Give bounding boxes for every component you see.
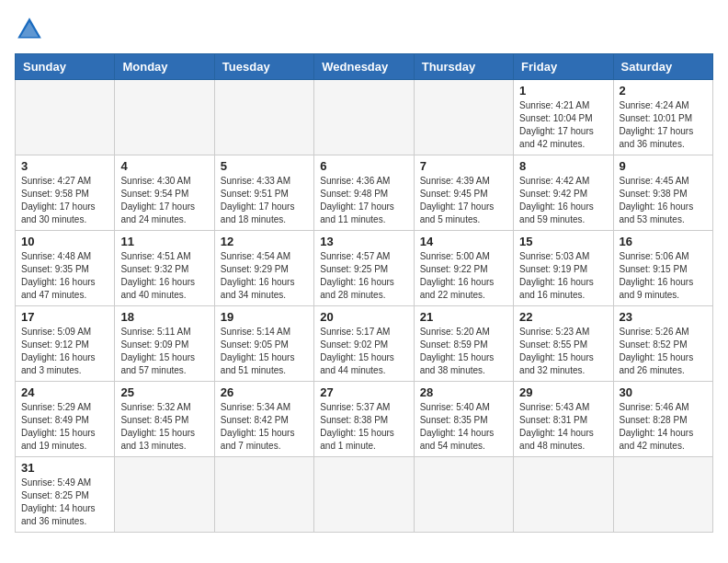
day-info: Sunrise: 4:57 AM Sunset: 9:25 PM Dayligh…	[320, 250, 407, 302]
day-number: 18	[120, 310, 208, 324]
calendar-cell: 16Sunrise: 5:06 AM Sunset: 9:15 PM Dayli…	[613, 231, 712, 306]
day-number: 2	[620, 84, 707, 98]
calendar-week-row: 3Sunrise: 4:27 AM Sunset: 9:58 PM Daylig…	[16, 155, 713, 231]
calendar-cell: 8Sunrise: 4:42 AM Sunset: 9:42 PM Daylig…	[514, 155, 613, 231]
calendar-cell: 20Sunrise: 5:17 AM Sunset: 9:02 PM Dayli…	[314, 306, 414, 382]
day-number: 27	[320, 385, 407, 399]
day-info: Sunrise: 4:24 AM Sunset: 10:01 PM Daylig…	[620, 99, 707, 151]
calendar-table: SundayMondayTuesdayWednesdayThursdayFrid…	[15, 53, 713, 533]
calendar-cell: 10Sunrise: 4:48 AM Sunset: 9:35 PM Dayli…	[16, 231, 115, 306]
calendar-cell	[16, 80, 115, 155]
calendar-cell: 24Sunrise: 5:29 AM Sunset: 8:49 PM Dayli…	[16, 382, 115, 457]
calendar-week-row: 10Sunrise: 4:48 AM Sunset: 9:35 PM Dayli…	[16, 231, 713, 306]
calendar-week-row: 24Sunrise: 5:29 AM Sunset: 8:49 PM Dayli…	[16, 382, 713, 457]
day-info: Sunrise: 5:32 AM Sunset: 8:45 PM Dayligh…	[120, 401, 208, 453]
day-info: Sunrise: 4:33 AM Sunset: 9:51 PM Dayligh…	[221, 175, 308, 226]
calendar-cell: 13Sunrise: 4:57 AM Sunset: 9:25 PM Dayli…	[314, 231, 414, 306]
day-info: Sunrise: 4:45 AM Sunset: 9:38 PM Dayligh…	[620, 175, 707, 226]
calendar-cell: 15Sunrise: 5:03 AM Sunset: 9:19 PM Dayli…	[514, 231, 613, 306]
calendar-cell: 9Sunrise: 4:45 AM Sunset: 9:38 PM Daylig…	[613, 155, 712, 231]
day-info: Sunrise: 4:21 AM Sunset: 10:04 PM Daylig…	[519, 99, 607, 151]
calendar-cell: 2Sunrise: 4:24 AM Sunset: 10:01 PM Dayli…	[613, 80, 712, 155]
day-info: Sunrise: 5:09 AM Sunset: 9:12 PM Dayligh…	[21, 326, 108, 377]
day-number: 10	[21, 235, 108, 248]
day-info: Sunrise: 5:37 AM Sunset: 8:38 PM Dayligh…	[320, 401, 407, 453]
day-info: Sunrise: 5:23 AM Sunset: 8:55 PM Dayligh…	[519, 326, 607, 377]
day-number: 9	[620, 159, 707, 173]
calendar-cell	[414, 80, 513, 155]
day-info: Sunrise: 5:00 AM Sunset: 9:22 PM Dayligh…	[420, 250, 507, 302]
calendar-cell: 27Sunrise: 5:37 AM Sunset: 8:38 PM Dayli…	[314, 382, 414, 457]
calendar-week-row: 1Sunrise: 4:21 AM Sunset: 10:04 PM Dayli…	[16, 80, 713, 155]
calendar-cell: 7Sunrise: 4:39 AM Sunset: 9:45 PM Daylig…	[414, 155, 513, 231]
calendar-week-row: 17Sunrise: 5:09 AM Sunset: 9:12 PM Dayli…	[16, 306, 713, 382]
day-info: Sunrise: 5:46 AM Sunset: 8:28 PM Dayligh…	[620, 401, 707, 453]
day-number: 23	[620, 310, 707, 324]
day-number: 11	[120, 235, 208, 248]
calendar-cell	[115, 457, 214, 533]
day-number: 31	[21, 461, 108, 475]
day-number: 14	[420, 235, 507, 248]
day-number: 29	[519, 385, 607, 399]
calendar-cell	[514, 457, 613, 533]
day-info: Sunrise: 5:40 AM Sunset: 8:35 PM Dayligh…	[420, 401, 507, 453]
day-info: Sunrise: 4:42 AM Sunset: 9:42 PM Dayligh…	[519, 175, 607, 226]
day-number: 21	[420, 310, 507, 324]
calendar-cell: 22Sunrise: 5:23 AM Sunset: 8:55 PM Dayli…	[514, 306, 613, 382]
calendar-cell: 23Sunrise: 5:26 AM Sunset: 8:52 PM Dayli…	[613, 306, 712, 382]
day-number: 19	[221, 310, 308, 324]
calendar-cell: 5Sunrise: 4:33 AM Sunset: 9:51 PM Daylig…	[214, 155, 313, 231]
day-info: Sunrise: 4:51 AM Sunset: 9:32 PM Dayligh…	[120, 250, 208, 302]
calendar-cell: 12Sunrise: 4:54 AM Sunset: 9:29 PM Dayli…	[214, 231, 313, 306]
day-info: Sunrise: 4:27 AM Sunset: 9:58 PM Dayligh…	[21, 175, 108, 226]
day-of-week-header: Friday	[514, 54, 613, 80]
calendar-cell	[214, 457, 313, 533]
day-number: 25	[120, 385, 208, 399]
day-info: Sunrise: 5:29 AM Sunset: 8:49 PM Dayligh…	[21, 401, 108, 453]
day-info: Sunrise: 4:54 AM Sunset: 9:29 PM Dayligh…	[221, 250, 308, 302]
header-row: SundayMondayTuesdayWednesdayThursdayFrid…	[16, 54, 713, 80]
day-number: 8	[519, 159, 607, 173]
day-number: 30	[620, 385, 707, 399]
calendar-cell: 4Sunrise: 4:30 AM Sunset: 9:54 PM Daylig…	[115, 155, 214, 231]
day-info: Sunrise: 5:03 AM Sunset: 9:19 PM Dayligh…	[519, 250, 607, 302]
day-number: 1	[519, 84, 607, 98]
day-info: Sunrise: 4:30 AM Sunset: 9:54 PM Dayligh…	[120, 175, 208, 226]
calendar-cell	[613, 457, 712, 533]
day-number: 16	[620, 235, 707, 248]
day-number: 7	[420, 159, 507, 173]
calendar-cell: 1Sunrise: 4:21 AM Sunset: 10:04 PM Dayli…	[514, 80, 613, 155]
day-number: 4	[120, 159, 208, 173]
calendar-cell: 14Sunrise: 5:00 AM Sunset: 9:22 PM Dayli…	[414, 231, 513, 306]
day-number: 28	[420, 385, 507, 399]
calendar-cell: 31Sunrise: 5:49 AM Sunset: 8:25 PM Dayli…	[16, 457, 115, 533]
day-number: 17	[21, 310, 108, 324]
calendar-cell: 29Sunrise: 5:43 AM Sunset: 8:31 PM Dayli…	[514, 382, 613, 457]
day-info: Sunrise: 5:11 AM Sunset: 9:09 PM Dayligh…	[120, 326, 208, 377]
day-number: 22	[519, 310, 607, 324]
day-info: Sunrise: 4:36 AM Sunset: 9:48 PM Dayligh…	[320, 175, 407, 226]
logo	[15, 15, 48, 44]
day-info: Sunrise: 5:14 AM Sunset: 9:05 PM Dayligh…	[221, 326, 308, 377]
day-info: Sunrise: 5:34 AM Sunset: 8:42 PM Dayligh…	[221, 401, 308, 453]
day-number: 5	[221, 159, 308, 173]
day-info: Sunrise: 5:26 AM Sunset: 8:52 PM Dayligh…	[620, 326, 707, 377]
day-of-week-header: Thursday	[414, 54, 513, 80]
day-of-week-header: Monday	[115, 54, 214, 80]
day-number: 3	[21, 159, 108, 173]
day-number: 20	[320, 310, 407, 324]
day-info: Sunrise: 5:43 AM Sunset: 8:31 PM Dayligh…	[519, 401, 607, 453]
calendar-body: 1Sunrise: 4:21 AM Sunset: 10:04 PM Dayli…	[16, 80, 713, 533]
calendar-cell	[414, 457, 513, 533]
day-number: 6	[320, 159, 407, 173]
day-info: Sunrise: 5:20 AM Sunset: 8:59 PM Dayligh…	[420, 326, 507, 377]
calendar-cell	[314, 80, 414, 155]
calendar-cell: 6Sunrise: 4:36 AM Sunset: 9:48 PM Daylig…	[314, 155, 414, 231]
day-of-week-header: Sunday	[16, 54, 115, 80]
day-info: Sunrise: 5:06 AM Sunset: 9:15 PM Dayligh…	[620, 250, 707, 302]
calendar-cell: 18Sunrise: 5:11 AM Sunset: 9:09 PM Dayli…	[115, 306, 214, 382]
day-info: Sunrise: 5:49 AM Sunset: 8:25 PM Dayligh…	[21, 477, 108, 528]
day-info: Sunrise: 5:17 AM Sunset: 9:02 PM Dayligh…	[320, 326, 407, 377]
day-number: 24	[21, 385, 108, 399]
calendar-cell: 3Sunrise: 4:27 AM Sunset: 9:58 PM Daylig…	[16, 155, 115, 231]
